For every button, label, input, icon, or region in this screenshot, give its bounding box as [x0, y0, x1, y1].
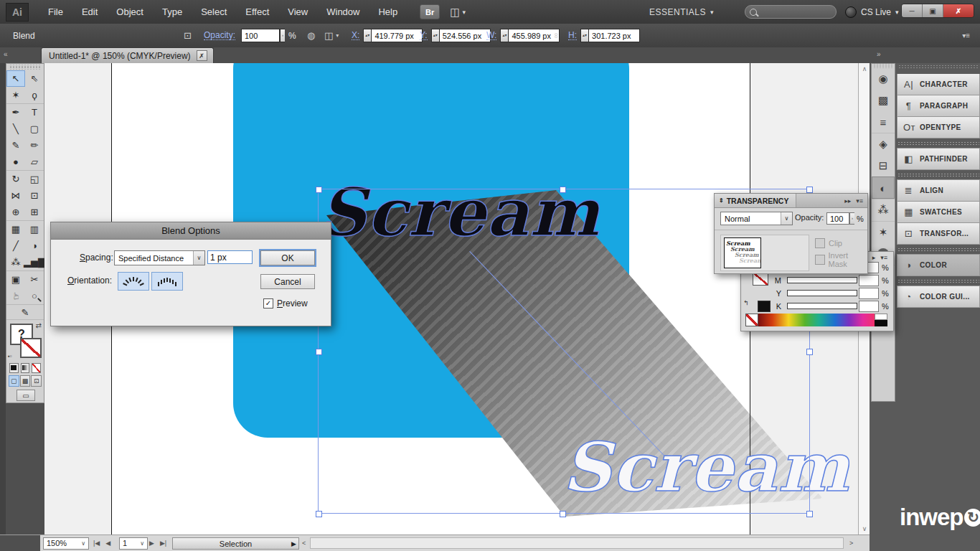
type-tool[interactable]: T — [25, 103, 44, 121]
color-stroke-swatch[interactable] — [758, 301, 771, 312]
dialog-title-bar[interactable]: Blend Options — [51, 222, 331, 240]
dock-item-color[interactable]: ◑ COLOR — [897, 254, 980, 276]
color-button[interactable] — [9, 363, 19, 373]
minimize-button[interactable]: ─ — [902, 4, 923, 17]
panel-menu-icon[interactable]: ▾≡ — [962, 32, 970, 39]
toolbar-drag-handle[interactable] — [9, 65, 41, 70]
selection-handle[interactable] — [560, 187, 566, 193]
dock-item-color-guide[interactable]: ◔ COLOR GUI... — [897, 286, 980, 308]
scale-tool[interactable]: ◱ — [25, 170, 44, 187]
channel-value-input[interactable] — [859, 288, 879, 299]
recolor-artwork-icon[interactable]: ◍ — [307, 30, 315, 41]
w-spinner[interactable]: ▴▾ — [500, 29, 508, 42]
color-spectrum-bar[interactable] — [745, 314, 887, 326]
cancel-button[interactable]: Cancel — [260, 274, 315, 289]
scream-text-bottom[interactable]: Scream — [562, 433, 850, 501]
y-input[interactable]: 524.556 px — [439, 29, 491, 42]
ok-button[interactable]: OK — [260, 250, 315, 265]
opacity-input[interactable]: 100 — [826, 212, 849, 225]
selection-handle[interactable] — [806, 511, 813, 517]
link-dimensions-icon[interactable]: ∞ — [552, 33, 561, 39]
tab-close-icon[interactable]: ✗ — [197, 50, 207, 61]
appearance-panel-icon[interactable]: ◉ — [872, 68, 895, 90]
free-transform-tool[interactable]: ⊡ — [25, 187, 44, 204]
h-input[interactable]: 301.723 px — [588, 29, 640, 42]
stroke-swatch[interactable] — [20, 338, 42, 358]
tab-scroll-left-icon[interactable]: « — [4, 50, 8, 58]
dock-item-pathfinder[interactable]: ◧ PATHFINDER — [897, 148, 980, 170]
kuler-panel-icon[interactable]: ✶ — [872, 221, 895, 243]
rounded-rectangle-tool[interactable]: ▢ — [25, 121, 44, 137]
paintbrush-tool[interactable]: ✎ — [6, 137, 25, 154]
none-button[interactable] — [32, 363, 41, 373]
layers-panel-icon[interactable]: ◈ — [872, 133, 895, 155]
draw-normal-button[interactable]: ▢ — [9, 375, 19, 387]
scroll-down-icon[interactable]: ∨ — [859, 523, 870, 534]
scroll-up-icon[interactable]: ∧ — [859, 63, 870, 75]
channel-slider[interactable] — [787, 277, 857, 283]
mesh-tool[interactable]: ▦ — [6, 220, 25, 237]
blend-thumbnail[interactable]: Scream Scream Scream Scream — [724, 237, 761, 268]
panel-collapse-icon[interactable]: ▸▸ — [844, 197, 851, 204]
graph-tool[interactable]: ▂▅▇ — [25, 254, 44, 270]
pencil-tool[interactable]: ✏ — [25, 137, 44, 154]
color-swap-icon[interactable]: ↰ — [743, 299, 749, 306]
dock-collapse-icon[interactable]: » — [877, 50, 881, 58]
selection-handle[interactable] — [560, 511, 566, 517]
preview-checkbox[interactable]: ✓ — [263, 298, 273, 309]
align-to-path-button[interactable] — [151, 272, 183, 291]
lasso-tool[interactable]: ϙ — [25, 87, 44, 103]
w-link[interactable]: W: — [486, 32, 496, 40]
menu-effect[interactable]: Effect — [236, 0, 278, 24]
panel-menu-icon[interactable]: ▾≡ — [880, 254, 887, 261]
last-page-button[interactable]: ▶| — [157, 540, 169, 547]
document-tab[interactable]: Untitled-1* @ 150% (CMYK/Preview) ✗ — [41, 47, 214, 63]
horizontal-scrollbar[interactable] — [310, 537, 844, 549]
symbol-sprayer-tool[interactable]: ⁂ — [6, 254, 25, 270]
channel-slider[interactable] — [787, 303, 857, 309]
h-spinner[interactable]: ▴▾ — [580, 29, 588, 42]
eyedropper-tool[interactable]: ╱ — [6, 237, 25, 254]
blob-brush-tool[interactable]: ● — [6, 154, 25, 170]
shape-builder-tool[interactable]: ⊕ — [6, 204, 25, 220]
dock-item-align[interactable]: ≣ ALIGN — [897, 179, 980, 202]
dock-item-paragraph[interactable]: ¶ PARAGRAPH — [897, 95, 980, 117]
bridge-button[interactable]: Br — [420, 4, 440, 19]
selection-handle[interactable] — [316, 511, 322, 517]
dock-item-swatches[interactable]: ▦ SWATCHES — [897, 202, 980, 223]
x-input[interactable]: 419.779 px — [371, 29, 423, 42]
slice-tool[interactable]: ✂ — [25, 270, 44, 288]
opacity-spinner[interactable]: › — [280, 29, 285, 42]
dock-item-character[interactable]: A| CHARACTER — [897, 74, 980, 95]
menu-help[interactable]: Help — [369, 0, 407, 24]
opacity-link[interactable]: Opacity: — [204, 32, 235, 40]
channel-slider[interactable] — [787, 290, 857, 296]
transparency-panel-icon[interactable]: ◐ — [872, 176, 895, 199]
menu-view[interactable]: View — [278, 0, 317, 24]
hscroll-left-icon[interactable]: < — [299, 540, 308, 547]
menu-type[interactable]: Type — [153, 0, 192, 24]
cs-live-button[interactable]: CS Live ▾ — [845, 0, 899, 24]
artboard-tool[interactable]: ▣ — [6, 270, 25, 288]
screen-mode-button[interactable]: ▭ — [17, 390, 35, 401]
zoom-tool[interactable]: ○ — [25, 288, 44, 304]
swap-fill-stroke-icon[interactable]: ⇄ — [36, 321, 42, 329]
h-link[interactable]: H: — [568, 32, 577, 40]
hand-tool[interactable]: ☞ — [8, 287, 24, 306]
menu-object[interactable]: Object — [107, 0, 153, 24]
gradient-button[interactable] — [21, 363, 30, 373]
prev-page-button[interactable]: ◀ — [103, 540, 113, 547]
next-page-button[interactable]: ▶ — [146, 540, 157, 547]
clip-checkbox[interactable] — [815, 238, 825, 248]
status-mode-button[interactable]: Selection ▶ — [172, 537, 299, 550]
transform-icon[interactable]: ⊡ — [184, 30, 192, 41]
opacity-input[interactable]: 100 — [241, 29, 280, 42]
none-swatch[interactable] — [745, 314, 758, 326]
channel-value-input[interactable] — [859, 301, 879, 312]
x-spinner[interactable]: ▴▾ — [363, 29, 371, 42]
rotate-tool[interactable]: ↻ — [6, 170, 25, 187]
hscroll-right-icon[interactable]: > — [847, 540, 856, 547]
menu-file[interactable]: File — [39, 0, 72, 24]
dock-item-opentype[interactable]: Oт OPENTYPE — [897, 117, 980, 138]
spectrum-ramp[interactable] — [758, 314, 875, 326]
